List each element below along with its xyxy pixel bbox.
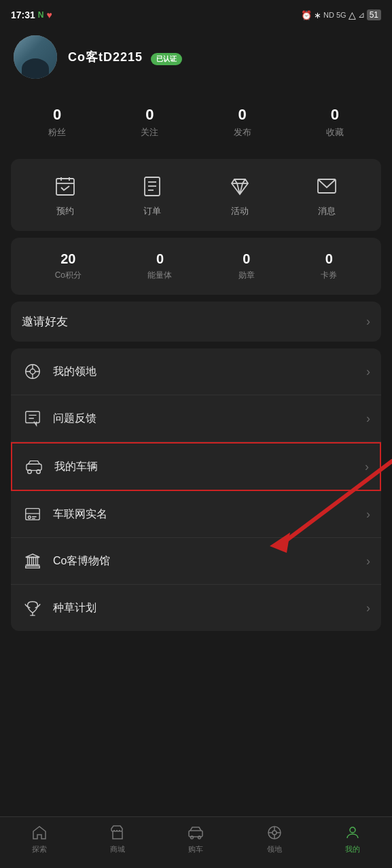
badge-label: 勋章 bbox=[238, 270, 255, 281]
carnet-label: 车联网实名 bbox=[53, 507, 366, 522]
calendar-icon bbox=[52, 173, 79, 200]
museum-chevron-icon: › bbox=[366, 554, 370, 568]
quick-menu: 预约 订单 bbox=[22, 173, 370, 217]
stat-collect[interactable]: 0 收藏 bbox=[326, 106, 344, 139]
list-item-museum[interactable]: Co客博物馆 › bbox=[11, 538, 381, 585]
svg-rect-20 bbox=[26, 412, 39, 423]
energy-value: 0 bbox=[156, 251, 164, 267]
home-icon bbox=[31, 824, 48, 842]
coupon-value: 0 bbox=[325, 251, 333, 267]
status-time: 17:31 N ♥ bbox=[11, 10, 52, 20]
collect-label: 收藏 bbox=[326, 126, 344, 139]
co-score-label: Co积分 bbox=[55, 270, 82, 281]
svg-point-15 bbox=[30, 369, 35, 374]
nav-explore[interactable]: 探索 bbox=[19, 824, 60, 854]
appointment-label: 预约 bbox=[56, 205, 74, 217]
invite-label: 邀请好友 bbox=[22, 314, 68, 329]
museum-label: Co客博物馆 bbox=[53, 554, 366, 568]
vehicle-highlight-box: 我的车辆 › bbox=[11, 442, 381, 491]
svg-point-44 bbox=[198, 836, 201, 839]
point-coupon[interactable]: 0 卡券 bbox=[321, 251, 337, 281]
list-card: 我的领地 › 问题反馈 › bbox=[11, 348, 381, 631]
list-item-territory[interactable]: 我的领地 › bbox=[11, 348, 381, 395]
stats-row: 0 粉丝 0 关注 0 发布 0 收藏 bbox=[0, 92, 392, 152]
nav-shop[interactable]: 商城 bbox=[97, 824, 138, 854]
feedback-icon bbox=[22, 408, 43, 429]
publish-label: 发布 bbox=[234, 126, 251, 139]
svg-rect-35 bbox=[36, 557, 38, 564]
point-co[interactable]: 20 Co积分 bbox=[55, 251, 82, 281]
bluetooth-icon: ∗ bbox=[314, 10, 321, 20]
status-bar: 17:31 N ♥ ⏰ ∗ ND 5G △ ⊿ 51 bbox=[0, 0, 392, 30]
follow-value: 0 bbox=[145, 106, 154, 124]
avatar[interactable] bbox=[14, 35, 57, 79]
collect-value: 0 bbox=[331, 106, 339, 124]
stat-publish[interactable]: 0 发布 bbox=[234, 106, 251, 139]
points-row: 20 Co积分 0 能量体 0 勋章 0 卡券 bbox=[22, 251, 370, 281]
vehicle-chevron-icon: › bbox=[365, 460, 369, 474]
stat-fans[interactable]: 0 粉丝 bbox=[48, 106, 66, 139]
list-item-grass[interactable]: 种草计划 › bbox=[11, 585, 381, 631]
energy-label: 能量体 bbox=[147, 270, 172, 281]
signal-icon: 5G bbox=[336, 11, 346, 19]
list-item-carnet[interactable]: 车联网实名 › bbox=[11, 491, 381, 538]
notification-icon: N bbox=[38, 10, 44, 20]
carnet-icon bbox=[22, 503, 43, 525]
grass-label: 种草计划 bbox=[53, 601, 366, 615]
list-item-feedback[interactable]: 问题反馈 › bbox=[11, 395, 381, 442]
invite-chevron-icon: › bbox=[366, 314, 370, 329]
feedback-label: 问题反馈 bbox=[53, 412, 366, 426]
carnet-chevron-icon: › bbox=[366, 507, 370, 522]
publish-value: 0 bbox=[238, 106, 247, 124]
battery-icon: 51 bbox=[367, 10, 381, 20]
message-icon bbox=[313, 173, 340, 200]
nav-buycar-label: 购车 bbox=[188, 844, 203, 854]
museum-icon bbox=[22, 550, 43, 572]
svg-point-28 bbox=[29, 516, 31, 519]
heart-icon: ♥ bbox=[46, 10, 52, 20]
vehicle-label: 我的车辆 bbox=[54, 460, 365, 474]
svg-rect-23 bbox=[26, 464, 41, 470]
profile-info: Co客tD2215 已认证 bbox=[68, 49, 378, 65]
grass-icon bbox=[22, 597, 43, 619]
nav-explore-label: 探索 bbox=[32, 844, 47, 854]
nav-my[interactable]: 我的 bbox=[332, 824, 373, 854]
point-energy[interactable]: 0 能量体 bbox=[147, 251, 172, 281]
order-label: 订单 bbox=[143, 205, 161, 217]
vehicle-icon bbox=[23, 456, 45, 477]
invite-card[interactable]: 邀请好友 › bbox=[11, 302, 381, 342]
nav-territory-label: 领地 bbox=[267, 844, 282, 854]
follow-label: 关注 bbox=[141, 126, 158, 139]
territory-label: 我的领地 bbox=[53, 365, 366, 379]
menu-appointment[interactable]: 预约 bbox=[52, 173, 79, 217]
fans-value: 0 bbox=[53, 106, 61, 124]
verified-badge: 已认证 bbox=[151, 53, 182, 65]
svg-point-51 bbox=[350, 827, 355, 833]
svg-rect-34 bbox=[32, 557, 34, 564]
svg-point-43 bbox=[191, 836, 194, 839]
nav-my-label: 我的 bbox=[345, 844, 360, 854]
time-display: 17:31 bbox=[11, 10, 35, 20]
svg-rect-0 bbox=[56, 179, 74, 195]
message-label: 消息 bbox=[318, 205, 336, 217]
territory-nav-icon bbox=[266, 824, 283, 842]
menu-message[interactable]: 消息 bbox=[313, 173, 340, 217]
co-score-value: 20 bbox=[60, 251, 75, 267]
car-icon bbox=[187, 824, 204, 842]
coupon-label: 卡券 bbox=[321, 270, 337, 281]
point-badge[interactable]: 0 勋章 bbox=[238, 251, 255, 281]
points-card: 20 Co积分 0 能量体 0 勋章 0 卡券 bbox=[11, 238, 381, 295]
username: Co客tD2215 bbox=[68, 50, 143, 64]
territory-icon bbox=[22, 361, 43, 382]
nav-territory[interactable]: 领地 bbox=[254, 824, 295, 854]
list-item-vehicle[interactable]: 我的车辆 › bbox=[12, 444, 380, 490]
wifi-icon: △ bbox=[349, 10, 356, 20]
feedback-chevron-icon: › bbox=[366, 412, 370, 426]
profile-header: Co客tD2215 已认证 bbox=[0, 30, 392, 92]
stat-follow[interactable]: 0 关注 bbox=[141, 106, 158, 139]
svg-point-46 bbox=[272, 831, 277, 835]
menu-orders[interactable]: 订单 bbox=[139, 173, 166, 217]
grass-chevron-icon: › bbox=[366, 601, 370, 615]
menu-activity[interactable]: 活动 bbox=[226, 173, 253, 217]
nav-buycar[interactable]: 购车 bbox=[175, 824, 216, 854]
